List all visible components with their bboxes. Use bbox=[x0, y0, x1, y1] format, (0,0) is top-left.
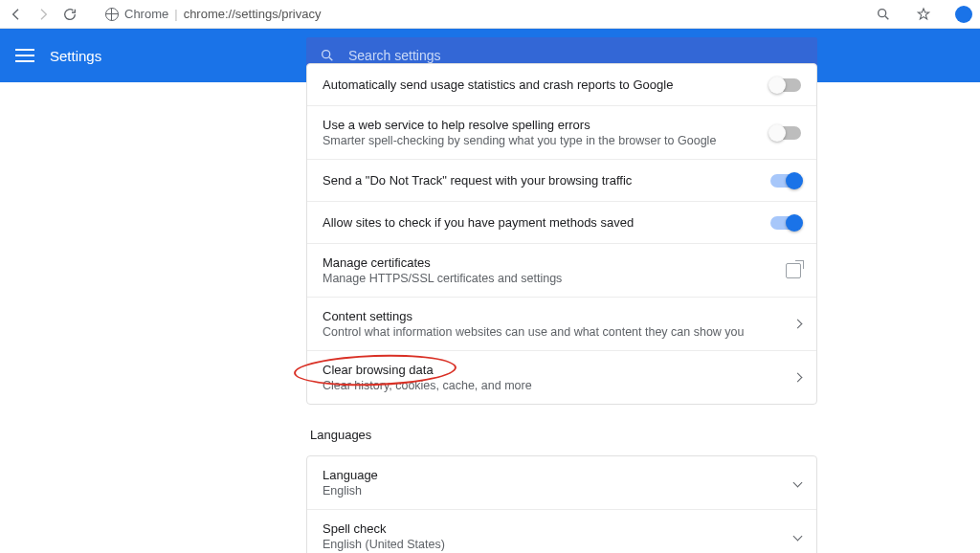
row-title: Spell check bbox=[323, 521, 783, 536]
languages-row[interactable]: Spell checkEnglish (United States) bbox=[307, 510, 816, 553]
languages-row[interactable]: LanguageEnglish bbox=[307, 456, 816, 510]
reload-button[interactable] bbox=[61, 6, 78, 23]
privacy-row[interactable]: Content settingsControl what information… bbox=[307, 298, 816, 351]
privacy-card: Automatically send usage statistics and … bbox=[306, 63, 817, 405]
privacy-row: Send a "Do Not Track" request with your … bbox=[307, 160, 816, 202]
search-input[interactable] bbox=[348, 48, 804, 63]
browser-toolbar: Chrome | chrome://settings/privacy bbox=[0, 0, 980, 29]
toggle[interactable] bbox=[770, 216, 801, 230]
languages-heading: Languages bbox=[310, 428, 817, 442]
privacy-row: Automatically send usage statistics and … bbox=[307, 64, 816, 106]
omnibox[interactable]: Chrome | chrome://settings/privacy bbox=[105, 7, 321, 21]
zoom-icon[interactable] bbox=[875, 6, 892, 23]
row-title: Manage certificates bbox=[323, 255, 774, 270]
privacy-row: Allow sites to check if you have payment… bbox=[307, 202, 816, 244]
toggle[interactable] bbox=[770, 174, 801, 188]
row-subtitle: Smarter spell-checking by sending what y… bbox=[323, 134, 759, 147]
site-icon bbox=[105, 8, 119, 21]
row-title: Use a web service to help resolve spelli… bbox=[323, 118, 759, 132]
svg-point-0 bbox=[879, 9, 886, 16]
chevron-right-icon bbox=[794, 321, 801, 327]
row-title: Language bbox=[323, 468, 783, 482]
privacy-row[interactable]: Manage certificatesManage HTTPS/SSL cert… bbox=[307, 244, 816, 298]
row-text: Manage certificatesManage HTTPS/SSL cert… bbox=[323, 255, 774, 285]
row-text: Use a web service to help resolve spelli… bbox=[323, 118, 759, 147]
omnibox-separator: | bbox=[174, 7, 177, 21]
toggle[interactable] bbox=[770, 78, 801, 92]
row-text: Spell checkEnglish (United States) bbox=[323, 521, 783, 551]
chevron-right-icon bbox=[794, 374, 801, 381]
svg-point-1 bbox=[323, 51, 330, 58]
row-title: Allow sites to check if you have payment… bbox=[323, 215, 759, 230]
languages-card: LanguageEnglishSpell checkEnglish (Unite… bbox=[306, 455, 817, 553]
bookmark-star-icon[interactable] bbox=[915, 6, 932, 23]
row-title: Send a "Do Not Track" request with your … bbox=[323, 173, 759, 188]
row-subtitle: Control what information websites can us… bbox=[323, 325, 783, 339]
menu-button[interactable] bbox=[15, 49, 34, 62]
row-subtitle: Manage HTTPS/SSL certificates and settin… bbox=[323, 272, 774, 285]
profile-avatar[interactable] bbox=[955, 6, 972, 23]
search-icon bbox=[320, 48, 335, 63]
omnibox-url: chrome://settings/privacy bbox=[184, 7, 322, 21]
back-button[interactable] bbox=[8, 6, 25, 23]
row-text: Clear browsing dataClear history, cookie… bbox=[323, 363, 783, 392]
row-text: Allow sites to check if you have payment… bbox=[323, 215, 759, 230]
chevron-down-icon bbox=[794, 479, 801, 486]
forward-button[interactable] bbox=[34, 6, 52, 23]
row-subtitle: English (United States) bbox=[323, 538, 783, 551]
row-text: Content settingsControl what information… bbox=[323, 309, 783, 339]
row-title: Automatically send usage statistics and … bbox=[323, 77, 759, 92]
row-title: Clear browsing data bbox=[323, 363, 783, 377]
chevron-down-icon bbox=[794, 533, 801, 540]
app-title: Settings bbox=[50, 48, 101, 64]
external-link-icon bbox=[786, 263, 801, 278]
privacy-row[interactable]: Clear browsing dataClear history, cookie… bbox=[307, 351, 816, 404]
row-text: Send a "Do Not Track" request with your … bbox=[323, 173, 759, 188]
privacy-row: Use a web service to help resolve spelli… bbox=[307, 106, 816, 160]
row-text: LanguageEnglish bbox=[323, 468, 783, 498]
row-text: Automatically send usage statistics and … bbox=[323, 77, 759, 92]
toggle[interactable] bbox=[770, 126, 801, 140]
app-label: Chrome bbox=[124, 7, 168, 21]
settings-content: Automatically send usage statistics and … bbox=[306, 63, 817, 553]
row-title: Content settings bbox=[323, 309, 783, 323]
row-subtitle: Clear history, cookies, cache, and more bbox=[323, 379, 783, 392]
row-subtitle: English bbox=[323, 484, 783, 498]
